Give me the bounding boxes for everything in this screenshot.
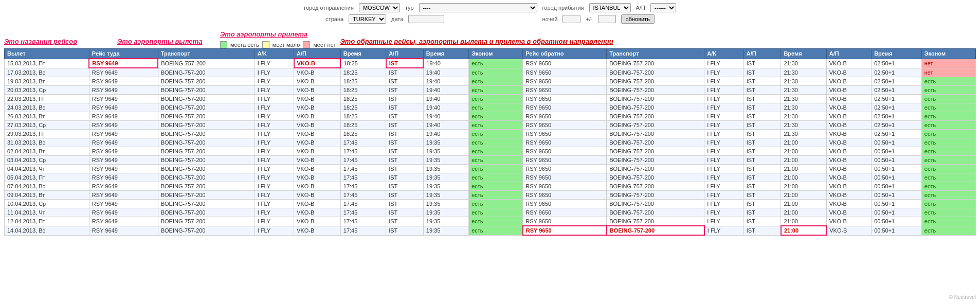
cell-transport: BOEING-757-200 — [158, 208, 255, 217]
cell-transport2: BOEING-757-200 — [607, 77, 704, 86]
airports-arrive-label: Это аэропорты прилета — [220, 29, 311, 41]
cell-time-dep: 17:45 — [340, 138, 386, 147]
city-from-select[interactable]: MOSCOW — [359, 3, 400, 12]
cell-ak: I FLY — [255, 217, 294, 226]
cell-econom2: есть — [921, 138, 975, 147]
cell-ap-arr2: VKO-B — [826, 165, 871, 173]
cell-reis-obr: RSY 9650 — [523, 68, 607, 77]
date-input[interactable]: 15.03.2013 — [408, 15, 444, 23]
cell-transport: BOEING-757-200 — [158, 147, 255, 156]
city-to-select[interactable]: ISTANBUL — [589, 3, 631, 12]
cell-transport: BOEING-757-200 — [158, 156, 255, 165]
cell-ap-arr: IST — [386, 103, 424, 112]
cell-ak2: I FLY — [704, 173, 743, 182]
cell-reis-obr: RSY 9650 — [523, 147, 607, 156]
cell-reis-obr: RSY 9650 — [523, 138, 607, 147]
country-select[interactable]: TURKEY — [349, 14, 386, 24]
cell-transport: BOEING-757-200 — [158, 173, 255, 182]
cell-reis: RSY 9649 — [89, 68, 158, 77]
legend-yellow-swatch — [262, 41, 269, 48]
nights-input[interactable]: 30 — [562, 15, 580, 23]
cell-ap-arr2: VKO-B — [826, 103, 871, 112]
refresh-button[interactable]: обновить — [621, 14, 655, 24]
table-row[interactable]: 24.03.2013, Вс RSY 9649 BOEING-757-200 I… — [5, 103, 976, 112]
cell-ak2: I FLY — [704, 208, 743, 217]
table-row[interactable]: 04.04.2013, Чт RSY 9649 BOEING-757-200 I… — [5, 165, 976, 173]
top-row-2: страна TURKEY дата 15.03.2013 ночей 30 +… — [325, 14, 655, 24]
cell-ap-arr: IST — [386, 147, 424, 156]
cell-reis: RSY 9649 — [89, 103, 158, 112]
cell-time-arr: 19:40 — [423, 68, 468, 77]
cell-time-arr: 19:35 — [423, 147, 468, 156]
cell-ap-dep: VKO-B — [294, 103, 341, 112]
cell-ap-arr2: VKO-B — [826, 95, 871, 103]
th-time-arr: Время — [423, 49, 468, 59]
table-row[interactable]: 10.04.2013, Ср RSY 9649 BOEING-757-200 I… — [5, 200, 976, 208]
cell-time-dep: 18:25 — [340, 77, 386, 86]
cell-time-arr2: 02:50+1 — [872, 95, 922, 103]
cell-ap-dep2: IST — [743, 130, 781, 138]
cell-econom2: есть — [921, 95, 975, 103]
table-row[interactable]: 19.03.2013, Вт RSY 9649 BOEING-757-200 I… — [5, 77, 976, 86]
ap-select[interactable]: ------ — [650, 3, 676, 12]
cell-reis-obr: RSY 9650 — [523, 95, 607, 103]
cell-ap-dep2: IST — [743, 208, 781, 217]
cell-ap-arr: IST — [386, 138, 424, 147]
cell-ap-arr: IST — [386, 121, 424, 130]
table-row[interactable]: 12.04.2013, Пт RSY 9649 BOEING-757-200 I… — [5, 217, 976, 226]
annotation-flights: Это названия рейсов — [4, 37, 117, 48]
table-row[interactable]: 09.04.2013, Вт RSY 9649 BOEING-757-200 I… — [5, 191, 976, 200]
cell-ap-dep: VKO-B — [294, 95, 341, 103]
table-row[interactable]: 14.04.2013, Вс RSY 9649 BOEING-757-200 I… — [5, 226, 976, 235]
cell-econom: есть — [469, 130, 523, 138]
table-row[interactable]: 03.04.2013, Ср RSY 9649 BOEING-757-200 I… — [5, 156, 976, 165]
cell-time-dep: 18:25 — [340, 95, 386, 103]
table-row[interactable]: 29.03.2013, Пт RSY 9649 BOEING-757-200 I… — [5, 130, 976, 138]
table-row[interactable]: 26.03.2013, Вт RSY 9649 BOEING-757-200 I… — [5, 112, 976, 121]
cell-transport: BOEING-757-200 — [158, 165, 255, 173]
cell-ap-dep2: IST — [743, 86, 781, 95]
cell-econom: есть — [469, 156, 523, 165]
cell-ap-dep: VKO-B — [294, 200, 341, 208]
plusminus-input[interactable]: 0 — [598, 15, 616, 23]
cell-time-arr2: 00:50+1 — [872, 217, 922, 226]
table-row[interactable]: 02.04.2013, Вт RSY 9649 BOEING-757-200 I… — [5, 147, 976, 156]
cell-econom2: есть — [921, 121, 975, 130]
table-row[interactable]: 15.03.2013, Пт RSY 9649 BOEING-757-200 I… — [5, 59, 976, 68]
cell-reis: RSY 9649 — [89, 138, 158, 147]
table-row[interactable]: 17.03.2013, Вс RSY 9649 BOEING-757-200 I… — [5, 68, 976, 77]
table-row[interactable]: 05.04.2013, Пт RSY 9649 BOEING-757-200 I… — [5, 173, 976, 182]
cell-ap-dep: VKO-B — [294, 138, 341, 147]
cell-time-dep2: 21:30 — [781, 95, 826, 103]
cell-transport2: BOEING-757-200 — [607, 191, 704, 200]
cell-time-dep: 18:25 — [340, 59, 386, 68]
cell-transport2: BOEING-757-200 — [607, 208, 704, 217]
table-row[interactable]: 20.03.2013, Ср RSY 9649 BOEING-757-200 I… — [5, 86, 976, 95]
cell-ak2: I FLY — [704, 156, 743, 165]
th-ap-arr: А/П — [386, 49, 424, 59]
table-row[interactable]: 27.03.2013, Ср RSY 9649 BOEING-757-200 I… — [5, 121, 976, 130]
cell-ak: I FLY — [255, 165, 294, 173]
cell-time-arr2: 02:50+1 — [872, 68, 922, 77]
th-time-dep: Время — [340, 49, 386, 59]
cell-reis: RSY 9649 — [89, 156, 158, 165]
annotations-row: Это названия рейсов Это аэропорты вылета… — [0, 26, 980, 48]
cell-reis-obr: RSY 9650 — [523, 200, 607, 208]
table-row[interactable]: 07.04.2013, Вс RSY 9649 BOEING-757-200 I… — [5, 182, 976, 191]
cell-econom2: есть — [921, 156, 975, 165]
cell-econom2: есть — [921, 173, 975, 182]
cell-reis-obr: RSY 9650 — [523, 191, 607, 200]
tour-select[interactable]: ---- — [419, 3, 537, 12]
top-bar: город отправления MOSCOW тур ---- город … — [0, 0, 980, 26]
table-row[interactable]: 31.03.2013, Вс RSY 9649 BOEING-757-200 I… — [5, 138, 976, 147]
table-row[interactable]: 11.04.2013, Чт RSY 9649 BOEING-757-200 I… — [5, 208, 976, 217]
cell-time-dep2: 21:00 — [781, 226, 826, 235]
table-row[interactable]: 22.03.2013, Пт RSY 9649 BOEING-757-200 I… — [5, 95, 976, 103]
cell-transport2: BOEING-757-200 — [607, 68, 704, 77]
cell-time-arr: 19:35 — [423, 138, 468, 147]
cell-reis: RSY 9649 — [89, 86, 158, 95]
cell-ak: I FLY — [255, 138, 294, 147]
th-time-arr2: Время — [872, 49, 922, 59]
cell-ak: I FLY — [255, 226, 294, 235]
cell-econom: есть — [469, 200, 523, 208]
